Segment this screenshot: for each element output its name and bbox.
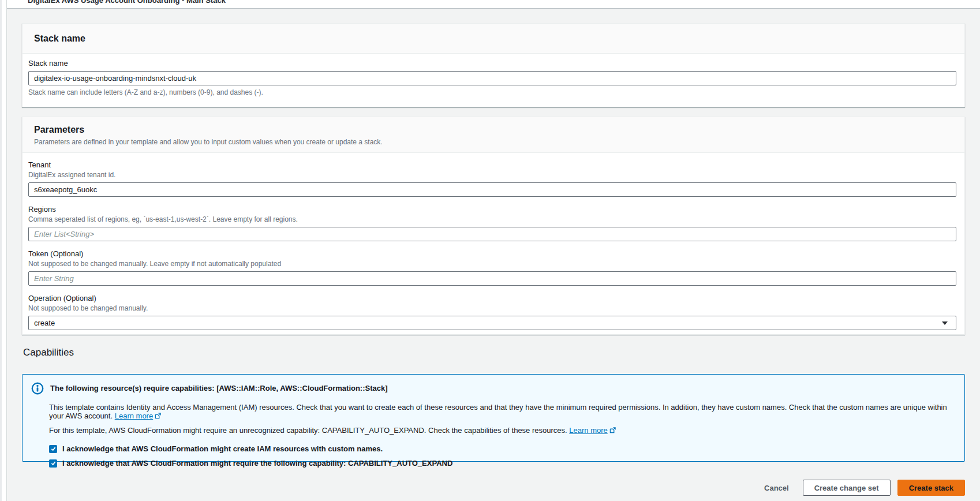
regions-description: Comma seperated list of regions, eg, `us… bbox=[28, 215, 956, 224]
iam-acknowledge-label: I acknowledge that AWS CloudFormation mi… bbox=[62, 444, 383, 453]
capabilities-alert-header: The following resource(s) require capabi… bbox=[31, 382, 956, 398]
cancel-button[interactable]: Cancel bbox=[764, 484, 789, 492]
token-input[interactable] bbox=[28, 271, 956, 286]
create-stack-button[interactable]: Create stack bbox=[897, 480, 965, 496]
capabilities-paragraph-1-text: This template contains Identity and Acce… bbox=[49, 403, 947, 420]
learn-more-link-2[interactable]: Learn more bbox=[569, 426, 615, 435]
operation-label: Operation (Optional) bbox=[28, 293, 956, 303]
capabilities-section-title: Capabilities bbox=[23, 347, 74, 358]
create-change-set-button[interactable]: Create change set bbox=[803, 480, 891, 496]
left-rail-edge bbox=[0, 0, 2, 501]
auto-expand-acknowledge-row: I acknowledge that AWS CloudFormation mi… bbox=[49, 459, 956, 468]
operation-select[interactable]: create bbox=[28, 316, 956, 330]
stack-name-section-title: Stack name bbox=[34, 33, 85, 44]
stack-name-hint: Stack name can include letters (A-Z and … bbox=[28, 88, 956, 96]
token-description: Not supposed to be changed manually. Lea… bbox=[28, 260, 956, 268]
stack-name-label: Stack name bbox=[28, 58, 956, 68]
parameters-card: Parameters Parameters are defined in you… bbox=[22, 117, 965, 335]
operation-description: Not supposed to be changed manually. bbox=[28, 304, 956, 313]
iam-acknowledge-checkbox[interactable] bbox=[49, 445, 57, 453]
capabilities-paragraph-2: For this template, AWS CloudFormation mi… bbox=[49, 426, 956, 435]
template-section-clipped: DigitalEx AWS Usage Account Onboarding -… bbox=[7, 0, 980, 9]
tenant-field-group: Tenant DigitalEx assigned tenant id. bbox=[28, 160, 956, 197]
tenant-description: DigitalEx assigned tenant id. bbox=[28, 171, 956, 180]
capabilities-alert-title: The following resource(s) require capabi… bbox=[50, 384, 388, 392]
iam-acknowledge-row: I acknowledge that AWS CloudFormation mi… bbox=[49, 444, 956, 453]
learn-more-link-1-label: Learn more bbox=[115, 412, 153, 420]
external-link-icon bbox=[155, 412, 161, 421]
token-label: Token (Optional) bbox=[28, 249, 956, 259]
operation-field-group: Operation (Optional) Not supposed to be … bbox=[28, 293, 956, 330]
token-field-group: Token (Optional) Not supposed to be chan… bbox=[28, 249, 956, 286]
left-rail bbox=[0, 0, 7, 501]
parameters-section-description: Parameters are defined in your template … bbox=[34, 138, 953, 146]
capabilities-alert: The following resource(s) require capabi… bbox=[22, 374, 965, 462]
parameters-section-title: Parameters bbox=[34, 125, 953, 135]
external-link-icon bbox=[609, 427, 616, 435]
auto-expand-acknowledge-checkbox[interactable] bbox=[49, 459, 57, 468]
stack-name-card-header: Stack name bbox=[23, 24, 964, 54]
info-icon bbox=[31, 382, 44, 398]
stack-name-card: Stack name Stack name Stack name can inc… bbox=[22, 23, 965, 107]
parameters-card-header: Parameters Parameters are defined in you… bbox=[23, 117, 964, 153]
auto-expand-acknowledge-label: I acknowledge that AWS CloudFormation mi… bbox=[62, 459, 452, 468]
capabilities-paragraph-1: This template contains Identity and Acce… bbox=[49, 403, 956, 421]
parameters-card-body: Tenant DigitalEx assigned tenant id. Reg… bbox=[23, 153, 964, 337]
stack-name-card-body: Stack name Stack name can include letter… bbox=[23, 54, 964, 103]
learn-more-link-2-label: Learn more bbox=[569, 426, 607, 435]
capabilities-alert-body: This template contains Identity and Acce… bbox=[49, 403, 956, 468]
operation-selected-value: create bbox=[34, 319, 55, 327]
stack-name-input[interactable] bbox=[28, 71, 956, 85]
cloudformation-quick-create-page: DigitalEx AWS Usage Account Onboarding -… bbox=[0, 0, 980, 501]
template-title: DigitalEx AWS Usage Account Onboarding -… bbox=[28, 0, 226, 5]
capabilities-paragraph-2-text: For this template, AWS CloudFormation mi… bbox=[49, 426, 567, 435]
regions-label: Regions bbox=[28, 204, 956, 214]
tenant-label: Tenant bbox=[28, 160, 956, 170]
tenant-input[interactable] bbox=[28, 182, 956, 197]
chevron-down-icon bbox=[942, 321, 948, 325]
footer-actions: Cancel Create change set Create stack bbox=[764, 480, 965, 496]
regions-input[interactable] bbox=[28, 227, 956, 241]
regions-field-group: Regions Comma seperated list of regions,… bbox=[28, 204, 956, 241]
learn-more-link-1[interactable]: Learn more bbox=[115, 412, 161, 420]
